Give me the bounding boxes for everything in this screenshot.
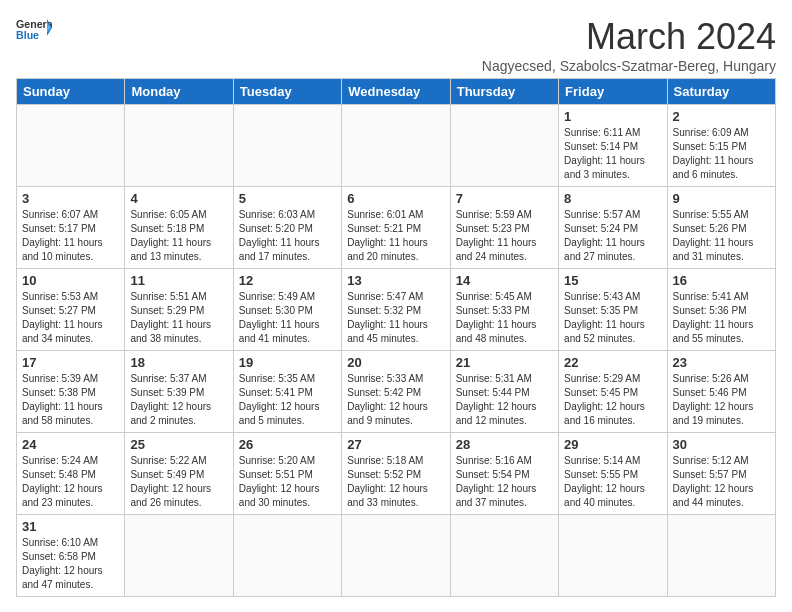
calendar-cell: 17Sunrise: 5:39 AM Sunset: 5:38 PM Dayli… — [17, 351, 125, 433]
day-number: 4 — [130, 191, 227, 206]
calendar-cell: 5Sunrise: 6:03 AM Sunset: 5:20 PM Daylig… — [233, 187, 341, 269]
day-number: 14 — [456, 273, 553, 288]
day-info: Sunrise: 5:45 AM Sunset: 5:33 PM Dayligh… — [456, 290, 553, 346]
calendar-week-row: 31Sunrise: 6:10 AM Sunset: 6:58 PM Dayli… — [17, 515, 776, 597]
header-sunday: Sunday — [17, 79, 125, 105]
day-info: Sunrise: 5:59 AM Sunset: 5:23 PM Dayligh… — [456, 208, 553, 264]
header-thursday: Thursday — [450, 79, 558, 105]
day-number: 22 — [564, 355, 661, 370]
calendar-cell: 22Sunrise: 5:29 AM Sunset: 5:45 PM Dayli… — [559, 351, 667, 433]
day-info: Sunrise: 6:07 AM Sunset: 5:17 PM Dayligh… — [22, 208, 119, 264]
calendar-cell: 2Sunrise: 6:09 AM Sunset: 5:15 PM Daylig… — [667, 105, 775, 187]
day-number: 12 — [239, 273, 336, 288]
day-number: 16 — [673, 273, 770, 288]
day-number: 2 — [673, 109, 770, 124]
day-info: Sunrise: 5:26 AM Sunset: 5:46 PM Dayligh… — [673, 372, 770, 428]
logo: General Blue — [16, 16, 52, 44]
day-info: Sunrise: 5:18 AM Sunset: 5:52 PM Dayligh… — [347, 454, 444, 510]
day-number: 15 — [564, 273, 661, 288]
calendar-cell: 3Sunrise: 6:07 AM Sunset: 5:17 PM Daylig… — [17, 187, 125, 269]
day-number: 20 — [347, 355, 444, 370]
day-number: 19 — [239, 355, 336, 370]
day-info: Sunrise: 6:09 AM Sunset: 5:15 PM Dayligh… — [673, 126, 770, 182]
calendar-cell: 20Sunrise: 5:33 AM Sunset: 5:42 PM Dayli… — [342, 351, 450, 433]
calendar-cell: 31Sunrise: 6:10 AM Sunset: 6:58 PM Dayli… — [17, 515, 125, 597]
day-number: 8 — [564, 191, 661, 206]
day-info: Sunrise: 5:22 AM Sunset: 5:49 PM Dayligh… — [130, 454, 227, 510]
day-number: 23 — [673, 355, 770, 370]
page-header: General Blue March 2024 Nagyecsed, Szabo… — [16, 16, 776, 74]
day-number: 30 — [673, 437, 770, 452]
calendar-cell: 24Sunrise: 5:24 AM Sunset: 5:48 PM Dayli… — [17, 433, 125, 515]
day-number: 3 — [22, 191, 119, 206]
calendar-cell: 11Sunrise: 5:51 AM Sunset: 5:29 PM Dayli… — [125, 269, 233, 351]
calendar-cell: 6Sunrise: 6:01 AM Sunset: 5:21 PM Daylig… — [342, 187, 450, 269]
calendar-cell: 23Sunrise: 5:26 AM Sunset: 5:46 PM Dayli… — [667, 351, 775, 433]
day-number: 31 — [22, 519, 119, 534]
calendar-cell — [559, 515, 667, 597]
calendar-week-row: 10Sunrise: 5:53 AM Sunset: 5:27 PM Dayli… — [17, 269, 776, 351]
calendar-cell — [125, 515, 233, 597]
header-friday: Friday — [559, 79, 667, 105]
day-info: Sunrise: 5:39 AM Sunset: 5:38 PM Dayligh… — [22, 372, 119, 428]
day-number: 24 — [22, 437, 119, 452]
day-info: Sunrise: 5:20 AM Sunset: 5:51 PM Dayligh… — [239, 454, 336, 510]
calendar-cell: 12Sunrise: 5:49 AM Sunset: 5:30 PM Dayli… — [233, 269, 341, 351]
day-info: Sunrise: 5:47 AM Sunset: 5:32 PM Dayligh… — [347, 290, 444, 346]
calendar-cell — [233, 105, 341, 187]
calendar-cell: 16Sunrise: 5:41 AM Sunset: 5:36 PM Dayli… — [667, 269, 775, 351]
calendar-week-row: 17Sunrise: 5:39 AM Sunset: 5:38 PM Dayli… — [17, 351, 776, 433]
day-number: 9 — [673, 191, 770, 206]
day-number: 10 — [22, 273, 119, 288]
generalblue-logo-icon: General Blue — [16, 16, 52, 44]
calendar-cell — [233, 515, 341, 597]
header-saturday: Saturday — [667, 79, 775, 105]
calendar-cell — [450, 515, 558, 597]
day-number: 11 — [130, 273, 227, 288]
day-info: Sunrise: 5:12 AM Sunset: 5:57 PM Dayligh… — [673, 454, 770, 510]
day-info: Sunrise: 5:57 AM Sunset: 5:24 PM Dayligh… — [564, 208, 661, 264]
calendar-cell — [342, 515, 450, 597]
calendar-cell: 18Sunrise: 5:37 AM Sunset: 5:39 PM Dayli… — [125, 351, 233, 433]
day-info: Sunrise: 5:37 AM Sunset: 5:39 PM Dayligh… — [130, 372, 227, 428]
calendar-cell: 21Sunrise: 5:31 AM Sunset: 5:44 PM Dayli… — [450, 351, 558, 433]
day-info: Sunrise: 5:24 AM Sunset: 5:48 PM Dayligh… — [22, 454, 119, 510]
calendar-cell: 27Sunrise: 5:18 AM Sunset: 5:52 PM Dayli… — [342, 433, 450, 515]
day-info: Sunrise: 5:49 AM Sunset: 5:30 PM Dayligh… — [239, 290, 336, 346]
day-number: 18 — [130, 355, 227, 370]
calendar-title: March 2024 — [482, 16, 776, 58]
day-number: 21 — [456, 355, 553, 370]
calendar-cell: 4Sunrise: 6:05 AM Sunset: 5:18 PM Daylig… — [125, 187, 233, 269]
calendar-cell: 7Sunrise: 5:59 AM Sunset: 5:23 PM Daylig… — [450, 187, 558, 269]
day-info: Sunrise: 6:10 AM Sunset: 6:58 PM Dayligh… — [22, 536, 119, 592]
day-number: 13 — [347, 273, 444, 288]
calendar-table: Sunday Monday Tuesday Wednesday Thursday… — [16, 78, 776, 597]
day-number: 7 — [456, 191, 553, 206]
header-monday: Monday — [125, 79, 233, 105]
day-info: Sunrise: 6:11 AM Sunset: 5:14 PM Dayligh… — [564, 126, 661, 182]
calendar-cell: 13Sunrise: 5:47 AM Sunset: 5:32 PM Dayli… — [342, 269, 450, 351]
calendar-week-row: 24Sunrise: 5:24 AM Sunset: 5:48 PM Dayli… — [17, 433, 776, 515]
day-info: Sunrise: 5:53 AM Sunset: 5:27 PM Dayligh… — [22, 290, 119, 346]
weekday-header-row: Sunday Monday Tuesday Wednesday Thursday… — [17, 79, 776, 105]
day-info: Sunrise: 6:05 AM Sunset: 5:18 PM Dayligh… — [130, 208, 227, 264]
calendar-week-row: 3Sunrise: 6:07 AM Sunset: 5:17 PM Daylig… — [17, 187, 776, 269]
calendar-cell: 8Sunrise: 5:57 AM Sunset: 5:24 PM Daylig… — [559, 187, 667, 269]
day-info: Sunrise: 5:35 AM Sunset: 5:41 PM Dayligh… — [239, 372, 336, 428]
svg-text:General: General — [16, 18, 52, 30]
day-number: 25 — [130, 437, 227, 452]
day-number: 29 — [564, 437, 661, 452]
header-tuesday: Tuesday — [233, 79, 341, 105]
calendar-week-row: 1Sunrise: 6:11 AM Sunset: 5:14 PM Daylig… — [17, 105, 776, 187]
day-number: 1 — [564, 109, 661, 124]
calendar-cell: 26Sunrise: 5:20 AM Sunset: 5:51 PM Dayli… — [233, 433, 341, 515]
calendar-cell: 29Sunrise: 5:14 AM Sunset: 5:55 PM Dayli… — [559, 433, 667, 515]
calendar-cell: 15Sunrise: 5:43 AM Sunset: 5:35 PM Dayli… — [559, 269, 667, 351]
day-info: Sunrise: 5:33 AM Sunset: 5:42 PM Dayligh… — [347, 372, 444, 428]
calendar-cell: 19Sunrise: 5:35 AM Sunset: 5:41 PM Dayli… — [233, 351, 341, 433]
day-number: 17 — [22, 355, 119, 370]
day-info: Sunrise: 5:31 AM Sunset: 5:44 PM Dayligh… — [456, 372, 553, 428]
day-info: Sunrise: 5:41 AM Sunset: 5:36 PM Dayligh… — [673, 290, 770, 346]
calendar-cell — [450, 105, 558, 187]
day-info: Sunrise: 5:55 AM Sunset: 5:26 PM Dayligh… — [673, 208, 770, 264]
